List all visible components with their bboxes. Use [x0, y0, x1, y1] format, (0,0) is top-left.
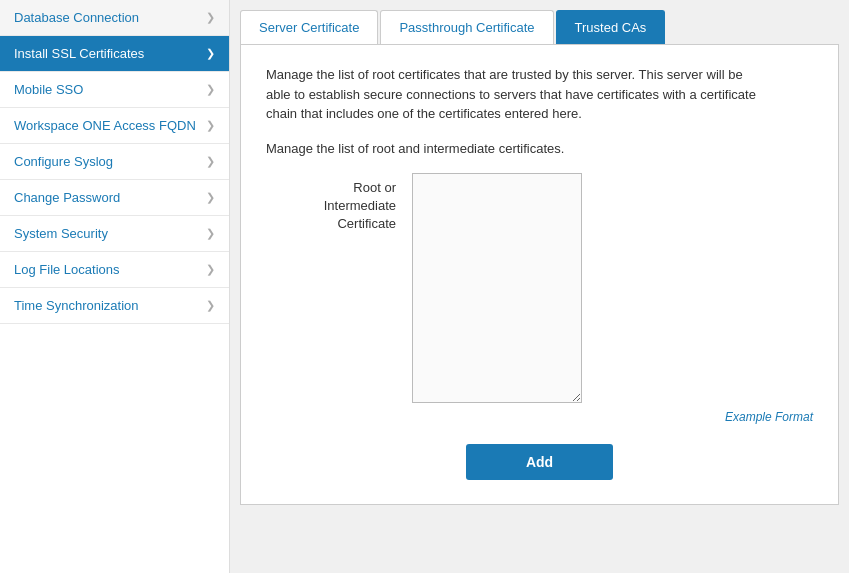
chevron-right-icon: ❯	[206, 83, 215, 96]
example-format-link[interactable]: Example Format	[404, 410, 813, 424]
chevron-right-icon: ❯	[206, 119, 215, 132]
sidebar-item-label-change-password: Change Password	[14, 190, 120, 205]
sidebar-item-change-password[interactable]: Change Password❯	[0, 180, 229, 216]
tab-trusted-cas[interactable]: Trusted CAs	[556, 10, 666, 44]
chevron-right-icon: ❯	[206, 47, 215, 60]
chevron-right-icon: ❯	[206, 191, 215, 204]
sidebar-item-system-security[interactable]: System Security❯	[0, 216, 229, 252]
sidebar-item-label-mobile-sso: Mobile SSO	[14, 82, 83, 97]
tab-server-cert[interactable]: Server Certificate	[240, 10, 378, 44]
sidebar-item-label-install-ssl: Install SSL Certificates	[14, 46, 144, 61]
tabs-container: Server CertificatePassthrough Certificat…	[240, 10, 839, 45]
sidebar-item-label-workspace-fqdn: Workspace ONE Access FQDN	[14, 118, 196, 133]
label-line2: Intermediate	[324, 198, 396, 213]
certificate-form-row: Root or Intermediate Certificate Example…	[266, 173, 813, 424]
chevron-right-icon: ❯	[206, 299, 215, 312]
chevron-right-icon: ❯	[206, 227, 215, 240]
sidebar-item-label-time-synchronization: Time Synchronization	[14, 298, 139, 313]
add-button[interactable]: Add	[466, 444, 613, 480]
description-text-2: Manage the list of root and intermediate…	[266, 139, 766, 159]
chevron-right-icon: ❯	[206, 155, 215, 168]
chevron-right-icon: ❯	[206, 263, 215, 276]
tab-passthrough-cert[interactable]: Passthrough Certificate	[380, 10, 553, 44]
label-line1: Root or	[353, 180, 396, 195]
sidebar-item-log-file-locations[interactable]: Log File Locations❯	[0, 252, 229, 288]
sidebar-item-label-database-connection: Database Connection	[14, 10, 139, 25]
sidebar-item-label-configure-syslog: Configure Syslog	[14, 154, 113, 169]
certificate-textarea[interactable]	[412, 173, 582, 403]
description-text-1: Manage the list of root certificates tha…	[266, 65, 766, 124]
certificate-label: Root or Intermediate Certificate	[266, 173, 396, 234]
sidebar-item-workspace-fqdn[interactable]: Workspace ONE Access FQDN❯	[0, 108, 229, 144]
sidebar-item-mobile-sso[interactable]: Mobile SSO❯	[0, 72, 229, 108]
sidebar-item-time-synchronization[interactable]: Time Synchronization❯	[0, 288, 229, 324]
sidebar-item-install-ssl[interactable]: Install SSL Certificates❯	[0, 36, 229, 72]
sidebar: Database Connection❯Install SSL Certific…	[0, 0, 230, 573]
add-button-row: Add	[266, 444, 813, 480]
sidebar-item-label-log-file-locations: Log File Locations	[14, 262, 120, 277]
content-panel: Manage the list of root certificates tha…	[240, 45, 839, 505]
label-line3: Certificate	[337, 216, 396, 231]
chevron-right-icon: ❯	[206, 11, 215, 24]
main-content: Server CertificatePassthrough Certificat…	[230, 0, 849, 573]
sidebar-item-database-connection[interactable]: Database Connection❯	[0, 0, 229, 36]
sidebar-item-label-system-security: System Security	[14, 226, 108, 241]
sidebar-item-configure-syslog[interactable]: Configure Syslog❯	[0, 144, 229, 180]
